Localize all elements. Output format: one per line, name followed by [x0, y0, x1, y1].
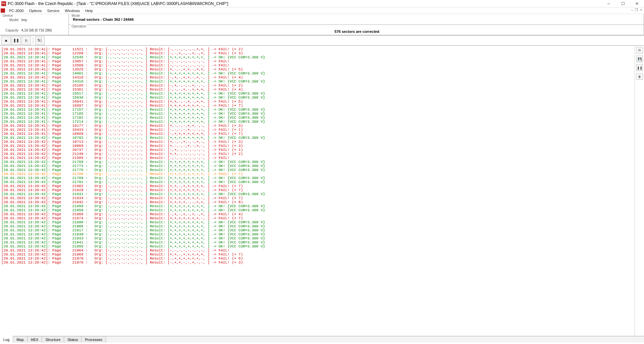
- save-button[interactable]: 💾: [636, 56, 643, 62]
- export-icon: ⎘: [25, 39, 28, 43]
- toolbar-separator: [33, 37, 33, 44]
- log-line: [20.01.2021 13:20:41]: Page 16641 : Org:…: [1, 100, 633, 104]
- pause-icon: ❚❚: [13, 38, 19, 43]
- sliders-icon: ⇅⡇: [37, 38, 43, 43]
- log-line: [20.01.2021 13:20:42]: Page 21786 : Org:…: [1, 172, 633, 176]
- log-line: [20.01.2021 13:20:41]: Page 14081 : Org:…: [1, 71, 633, 75]
- log-line: [20.01.2021 13:20:42]: Page 20737 : Org:…: [1, 148, 633, 152]
- log-line: [20.01.2021 13:20:42]: Page 21874 : Org:…: [1, 216, 633, 220]
- tab-structure[interactable]: Structure: [42, 336, 64, 343]
- mdi-restore-icon[interactable]: ❐: [635, 8, 638, 12]
- log-line: [20.01.2021 13:20:41]: Page 15361 : Org:…: [1, 88, 633, 92]
- window-title: PC-3000 Flash - the Czech Republic - [Ta…: [8, 1, 602, 6]
- log-line: [20.01.2021 13:20:42]: Page 21866 : Org:…: [1, 212, 633, 216]
- log-line: [20.01.2021 13:20:42]: Page 19969 : Org:…: [1, 144, 633, 148]
- export-button[interactable]: ⎘: [21, 36, 31, 45]
- log-line: [20.01.2021 13:20:42]: Page 21890 : Org:…: [1, 220, 633, 224]
- copy-button[interactable]: ⧉: [636, 47, 643, 54]
- model-label: Model: [3, 18, 18, 22]
- log-line: [20.01.2021 13:20:41]: Page 17214 : Org:…: [1, 120, 633, 124]
- log-line: [20.01.2021 13:20:42]: Page 21829 : Org:…: [1, 188, 633, 192]
- log-line: [20.01.2021 13:20:42]: Page 21769 : Org:…: [1, 160, 633, 164]
- log-line: [20.01.2021 13:20:41]: Page 17165 : Org:…: [1, 112, 633, 116]
- pause-side-button[interactable]: ❚❚: [636, 64, 643, 71]
- stop-button[interactable]: ■: [1, 36, 11, 45]
- log-line: [20.01.2021 13:20:41]: Page 15105 : Org:…: [1, 83, 633, 88]
- close-button[interactable]: ✕: [630, 0, 644, 7]
- tab-log[interactable]: Log: [0, 336, 13, 343]
- device-group-label: Device: [2, 14, 14, 17]
- log-line: [20.01.2021 13:20:41]: Page 15830 : Org:…: [1, 96, 633, 100]
- capacity-value: 4,16 GB (8 716 288): [21, 28, 52, 32]
- log-view[interactable]: [20.01.2021 13:20:41]: Page 11521 : Org:…: [0, 46, 635, 336]
- menu-options[interactable]: Options: [26, 8, 44, 13]
- settings-button[interactable]: ⇅⡇: [35, 36, 45, 45]
- menu-windows[interactable]: Windows: [62, 8, 83, 13]
- log-line: [20.01.2021 13:20:42]: Page 19713 : Org:…: [1, 140, 633, 144]
- tab-hex[interactable]: HEX: [28, 336, 42, 343]
- log-line: [20.01.2021 13:20:41]: Page 15617 : Org:…: [1, 92, 633, 96]
- log-line: [20.01.2021 13:20:42]: Page 21834 : Org:…: [1, 196, 633, 200]
- log-line: [20.01.2021 13:20:42]: Page 21842 : Org:…: [1, 200, 633, 204]
- log-line: [20.01.2021 13:20:41]: Page 14310 : Org:…: [1, 75, 633, 79]
- log-line: [20.01.2021 13:20:42]: Page 21802 : Org:…: [1, 184, 633, 188]
- log-line: [20.01.2021 13:20:42]: Page 21859 : Org:…: [1, 208, 633, 212]
- content-area: [20.01.2021 13:20:41]: Page 11521 : Org:…: [0, 46, 644, 336]
- tab-processes[interactable]: Processes: [82, 336, 106, 343]
- minimize-button[interactable]: ─: [602, 0, 616, 7]
- menu-bar: PC-3000 Options Service Windows Help: [0, 7, 644, 14]
- log-line: [20.01.2021 13:20:42]: Page 18702 : Org:…: [1, 136, 633, 140]
- log-line: [20.01.2021 13:20:41]: Page 17192 : Org:…: [1, 116, 633, 120]
- operation-group-label: Operation: [71, 24, 87, 28]
- log-line: [20.01.2021 13:20:42]: Page 21917 : Org:…: [1, 228, 633, 232]
- log-line: [20.01.2021 13:20:41]: Page 12545 : Org:…: [1, 55, 633, 59]
- mdi-minimize-icon[interactable]: –: [631, 8, 633, 12]
- log-line: [20.01.2021 13:20:41]: Page 18433 : Org:…: [1, 128, 633, 132]
- log-line: [20.01.2021 13:20:42]: Page 21778 : Org:…: [1, 168, 633, 172]
- log-line: [20.01.2021 13:20:42]: Page 21505 : Org:…: [1, 156, 633, 160]
- clear-button[interactable]: 🗑: [636, 73, 643, 80]
- title-bar: PC PC-3000 Flash - the Czech Republic - …: [0, 0, 644, 7]
- mode-panel: Mode Reread sectors - Chain 362 / 24444: [69, 14, 644, 25]
- menu-service[interactable]: Service: [44, 8, 62, 13]
- log-line: [20.01.2021 13:20:42]: Page 21791 : Org:…: [1, 180, 633, 184]
- log-line: [20.01.2021 13:20:42]: Page 21249 : Org:…: [1, 152, 633, 156]
- log-line: [20.01.2021 13:20:42]: Page 21850 : Org:…: [1, 204, 633, 208]
- log-line: [20.01.2021 13:20:42]: Page 21978 : Org:…: [1, 261, 633, 265]
- log-line: [20.01.2021 13:20:41]: Page 17157 : Org:…: [1, 108, 633, 112]
- operation-text: 576 sectors are corrected: [334, 30, 379, 34]
- tab-status[interactable]: Status: [64, 336, 82, 343]
- log-line: [20.01.2021 13:20:42]: Page 21930 : Org:…: [1, 232, 633, 236]
- mode-text: Reread sectors - Chain 362 / 24444: [73, 17, 134, 21]
- pause-button[interactable]: ❚❚: [11, 36, 21, 45]
- log-line: [20.01.2021 13:20:42]: Page 21950 : Org:…: [1, 244, 633, 248]
- log-line: [20.01.2021 13:20:41]: Page 18177 : Org:…: [1, 124, 633, 128]
- mdi-controls: – ❐ ×: [631, 8, 642, 12]
- trash-icon: 🗑: [638, 75, 641, 78]
- log-line: [20.01.2021 13:20:42]: Page 21941 : Org:…: [1, 240, 633, 244]
- log-line: [20.01.2021 13:20:41]: Page 13825 : Org:…: [1, 67, 633, 71]
- pause-icon: ❚❚: [637, 66, 642, 70]
- log-line: [20.01.2021 13:20:41]: Page 16897 : Org:…: [1, 104, 633, 108]
- maximize-button[interactable]: ☐: [616, 0, 630, 7]
- right-sidebar: ⧉ 💾 ❚❚ 🗑: [635, 46, 644, 336]
- menu-help[interactable]: Help: [83, 8, 96, 13]
- device-panel: Device Model tmp Capacity 4,16 GB (8 716…: [0, 14, 69, 35]
- log-line: [20.01.2021 13:20:42]: Page 21773 : Org:…: [1, 164, 633, 168]
- log-line: [20.01.2021 13:20:42]: Page 21964 : Org:…: [1, 248, 633, 252]
- log-line: [20.01.2021 13:20:41]: Page 12289 : Org:…: [1, 51, 633, 55]
- log-line: [20.01.2021 13:20:41]: Page 13057 : Org:…: [1, 59, 633, 63]
- model-value: tmp: [21, 18, 27, 22]
- toolbar: ■ ❚❚ ⎘ ⇅⡇: [0, 36, 644, 46]
- log-line: [20.01.2021 13:20:42]: Page 21970 : Org:…: [1, 256, 633, 261]
- log-line: [20.01.2021 13:20:42]: Page 21933 : Org:…: [1, 236, 633, 240]
- log-line: [20.01.2021 13:20:41]: Page 14318 : Org:…: [1, 79, 633, 83]
- menu-pc3000[interactable]: PC-3000: [6, 8, 26, 13]
- app-icon: PC: [1, 1, 6, 6]
- tab-map[interactable]: Map: [13, 336, 27, 343]
- capacity-label: Capacity: [3, 28, 18, 32]
- log-line: [20.01.2021 13:20:42]: Page 21906 : Org:…: [1, 224, 633, 228]
- mdi-close-icon[interactable]: ×: [640, 8, 642, 12]
- log-line: [20.01.2021 13:20:42]: Page 21789 : Org:…: [1, 176, 633, 180]
- mode-group-label: Mode: [71, 14, 81, 17]
